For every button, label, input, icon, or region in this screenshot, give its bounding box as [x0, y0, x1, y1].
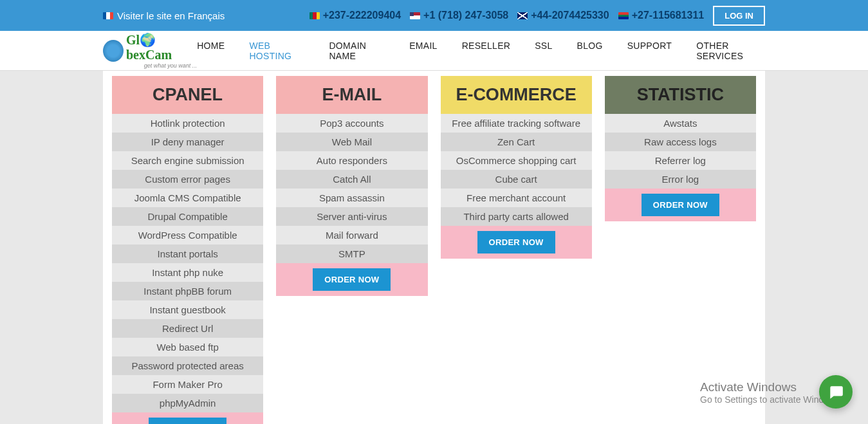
feature-item: Hotlink protection: [112, 114, 263, 133]
logo-tagline: get what you want ...: [126, 62, 197, 69]
nav-ssl[interactable]: SSL: [535, 41, 552, 61]
flag-cm-icon: [309, 12, 320, 19]
navbar: Gl🌍bexCam get what you want ... HOMEWEB …: [0, 31, 868, 71]
flag-uk-icon: [517, 12, 528, 19]
language-label: Visiter le site en Français: [117, 10, 225, 21]
feature-item: Awstats: [605, 114, 756, 133]
feature-item: Web Mail: [276, 133, 427, 151]
feature-item: Mail forward: [276, 226, 427, 244]
nav-support[interactable]: SUPPORT: [627, 41, 672, 61]
nav-other-services[interactable]: OTHER SERVICES: [696, 41, 765, 61]
order-row: ORDER NOW: [441, 226, 592, 259]
column-e-mail: E-MAILPop3 accountsWeb MailAuto responde…: [276, 76, 427, 296]
feature-item: SMTP: [276, 244, 427, 263]
nav-web-hosting[interactable]: WEB HOSTING: [249, 41, 304, 61]
chat-button[interactable]: [819, 375, 853, 409]
chat-icon: [827, 383, 844, 400]
feature-item: Redirect Url: [112, 319, 263, 338]
feature-item: Password protected areas: [112, 356, 263, 375]
column-statistic: STATISTICAwstatsRaw access logsReferrer …: [605, 76, 756, 221]
logo[interactable]: Gl🌍bexCam get what you want ...: [103, 32, 197, 69]
feature-item: IP deny manager: [112, 133, 263, 151]
feature-columns: CPANELHotlink protectionIP deny managerS…: [112, 76, 756, 424]
column-cpanel: CPANELHotlink protectionIP deny managerS…: [112, 76, 263, 424]
nav-links: HOMEWEB HOSTINGDOMAIN NAMEEMAILRESELLERS…: [197, 41, 765, 61]
order-now-button[interactable]: ORDER NOW: [477, 231, 555, 253]
feature-item: Third party carts allowed: [441, 207, 592, 226]
feature-item: Form Maker Pro: [112, 375, 263, 394]
topbar: Visiter le site en Français +237-2222094…: [0, 0, 868, 31]
feature-item: Custom error pages: [112, 170, 263, 189]
feature-item: Cube cart: [441, 170, 592, 189]
feature-item: Web based ftp: [112, 338, 263, 356]
feature-item: Joomla CMS Compatible: [112, 189, 263, 207]
column-header: STATISTIC: [605, 76, 756, 114]
flag-za-icon: [618, 12, 629, 19]
feature-item: Raw access logs: [605, 133, 756, 151]
nav-home[interactable]: HOME: [197, 41, 225, 61]
feature-item: Auto responders: [276, 151, 427, 170]
order-now-button[interactable]: ORDER NOW: [313, 268, 391, 291]
column-header: CPANEL: [112, 76, 263, 114]
flag-fr-icon: [103, 12, 113, 19]
column-header: E-MAIL: [276, 76, 427, 114]
flag-us-icon: [410, 12, 420, 19]
feature-item: Server anti-virus: [276, 207, 427, 226]
phone-list: +237-222209404 +1 (718) 247-3058 +44-207…: [309, 6, 765, 26]
order-row: ORDER NOW: [112, 412, 263, 424]
order-row: ORDER NOW: [605, 189, 756, 221]
feature-item: Error log: [605, 170, 756, 189]
phone-za[interactable]: +27-115681311: [618, 10, 705, 21]
phone-us[interactable]: +1 (718) 247-3058: [410, 10, 508, 21]
column-header: E-COMMERCE: [441, 76, 592, 114]
logo-text: Gl🌍bexCam: [126, 33, 172, 62]
nav-domain-name[interactable]: DOMAIN NAME: [329, 41, 385, 61]
feature-item: Free merchant account: [441, 189, 592, 207]
feature-item: Instant phpBB forum: [112, 282, 263, 300]
feature-item: WordPress Compatible: [112, 226, 263, 244]
feature-item: Instant php nuke: [112, 263, 263, 282]
order-row: ORDER NOW: [276, 263, 427, 296]
nav-blog[interactable]: BLOG: [577, 41, 603, 61]
login-button[interactable]: LOG IN: [713, 6, 765, 26]
feature-item: Drupal Compatible: [112, 207, 263, 226]
phone-uk[interactable]: +44-2074425330: [517, 10, 609, 21]
phone-cm[interactable]: +237-222209404: [309, 10, 401, 21]
page-content: CPANELHotlink protectionIP deny managerS…: [103, 71, 765, 424]
feature-item: OsCommerce shopping cart: [441, 151, 592, 170]
nav-email[interactable]: EMAIL: [409, 41, 438, 61]
language-link[interactable]: Visiter le site en Français: [103, 10, 225, 21]
nav-reseller[interactable]: RESELLER: [462, 41, 511, 61]
feature-item: phpMyAdmin: [112, 394, 263, 412]
globe-icon: [103, 40, 124, 62]
order-now-button[interactable]: ORDER NOW: [642, 194, 719, 216]
feature-item: Instant guestbook: [112, 300, 263, 319]
column-e-commerce: E-COMMERCEFree affiliate tracking softwa…: [441, 76, 592, 259]
feature-item: Free affiliate tracking software: [441, 114, 592, 133]
feature-item: Zen Cart: [441, 133, 592, 151]
feature-item: Catch All: [276, 170, 427, 189]
feature-item: Pop3 accounts: [276, 114, 427, 133]
order-now-button[interactable]: ORDER NOW: [149, 418, 226, 424]
feature-item: Referrer log: [605, 151, 756, 170]
feature-item: Instant portals: [112, 244, 263, 263]
feature-item: Spam assassin: [276, 189, 427, 207]
feature-item: Search engine submission: [112, 151, 263, 170]
